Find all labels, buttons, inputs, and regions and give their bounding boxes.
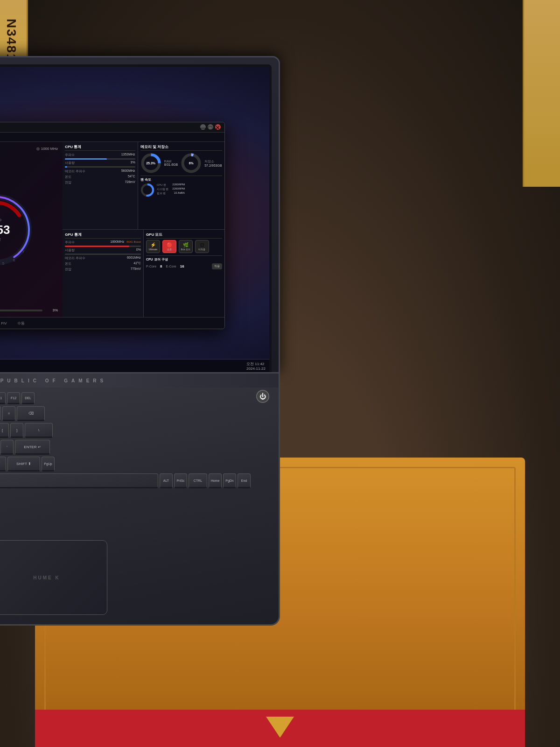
mode-ultimate[interactable]: ⚡Ultimate [146, 240, 160, 253]
power-button[interactable]: ⏻ [256, 390, 269, 403]
zxcv-row: SHIFT ⬆ Z X C V B N M , . / SHIFT ⬆ PgUp [0, 457, 251, 472]
taskbar-clock: 오전 11:422024-11-22 [246, 361, 266, 371]
laptop-screen: ♻ 휴지통 ◈ Microsoft Edge ⚡ ROG [0, 56, 280, 374]
maximize-button[interactable]: □ [208, 124, 213, 130]
key-home[interactable]: Home [209, 473, 222, 488]
right-panels: CPU 통계 주파수 1353MHz 사용량 3% [63, 142, 224, 317]
key-rbracket[interactable]: ] [10, 423, 23, 438]
key-alt-r[interactable]: ALT [160, 473, 173, 488]
qwerty-row: TAB Q W E R T Y U I O P [ ] \ [0, 423, 251, 438]
key-f11[interactable]: F11 [0, 392, 6, 404]
key-slash[interactable]: / [0, 457, 6, 472]
key-minus[interactable]: - [0, 406, 1, 421]
rog-strip: REPUBLIC OF GAMERS [0, 374, 279, 388]
top-row: CPU 통계 주파수 1353MHz 사용량 3% [63, 142, 224, 230]
window-controls: — □ ✕ [200, 124, 221, 130]
system-info-bar: ⚙ Intel(R) Core(TM) i9-14900HX [0, 133, 224, 142]
rog-logo: REPUBLIC OF GAMERS [0, 378, 107, 383]
svg-text:5: 5 [2, 261, 5, 266]
key-pgup[interactable]: PgUp [42, 457, 55, 472]
screen-display: ♻ 휴지통 ◈ Microsoft Edge ⚡ ROG [0, 67, 269, 372]
speed-label: ◎ 1000 MHz [36, 147, 58, 151]
number-row: ` 1 2 3 4 5 6 7 8 9 0 - = ⌫ [0, 406, 251, 421]
bottom-row: GPU 통계 주파수 1890MHz ROG Boost [63, 230, 224, 317]
tab-fiv[interactable]: FIV [0, 320, 10, 326]
laptop-keyboard: REPUBLIC OF GAMERS ⏻ ESC F1 F2 F3 F4 F5 … [0, 374, 280, 626]
box-triangle [266, 717, 294, 738]
taskbar: ⊞ 🔍 검색 ◼ ◼ 오전 11:422024-11-22 [0, 359, 269, 372]
gauge-unit: MHz [0, 237, 10, 242]
freq-bars: 사용량 3% [0, 308, 58, 315]
fn-row: ESC F1 F2 F3 F4 F5 F6 F7 F8 F9 F10 F11 F… [0, 392, 251, 404]
main-content: 2 3 4 5 6 7 주파수 135 [0, 142, 224, 317]
key-backspace[interactable]: ⌫ [17, 406, 45, 421]
mode-mux[interactable]: ⊡미적응 [195, 240, 209, 253]
key-equals[interactable]: = [2, 406, 15, 421]
key-del[interactable]: DEL [21, 392, 35, 404]
gpu-stats-box: GPU 통계 주파수 1890MHz ROG Boost [63, 230, 144, 317]
gauge-label: 주파수 [0, 218, 10, 223]
mode-standard[interactable]: 🔴표준 [162, 240, 176, 253]
bottom-tab-bar: Windows⊕ 조명 성능 FIV 수동 [0, 317, 224, 329]
touchpad[interactable]: HUME K [0, 540, 107, 615]
cpu-usage-val: 3% [46, 308, 58, 312]
key-end[interactable]: End [238, 473, 251, 488]
laptop: ♻ 휴지통 ◈ Microsoft Edge ⚡ ROG [0, 56, 280, 719]
svg-text:7: 7 [22, 250, 25, 254]
gpu-mode-title: GPU 모드 [146, 232, 222, 239]
apply-button[interactable]: 적용 [212, 263, 222, 269]
gpu-mode-box: GPU 모드 ⚡Ultimate 🔴표준 [144, 230, 224, 317]
gauge-value: 1353 [0, 223, 10, 237]
tab-manual[interactable]: 수동 [14, 320, 28, 327]
memory-title: 메모리 및 저장소 [140, 144, 222, 151]
gauge-center: 주파수 1353 MHz [0, 218, 10, 242]
key-backslash[interactable]: \ [25, 423, 53, 438]
cpu-stats-title: CPU 통계 [65, 144, 135, 151]
key-shift-r[interactable]: SHIFT ⬆ [7, 457, 40, 472]
cpu-gauge-panel: 2 3 4 5 6 7 주파수 135 [0, 142, 63, 317]
mode-eco[interactable]: 🌿Eco 모드 [179, 240, 193, 253]
bottom-row-keys: CTRL FN ⊞ ALT ALT PrtSc CTRL Home PgDn E… [0, 473, 251, 488]
key-f12[interactable]: F12 [7, 392, 20, 404]
window-titlebar: ▲ Armoury Crate — □ ✕ [0, 122, 224, 133]
close-button[interactable]: ✕ [215, 124, 221, 130]
gpu-stats-title: GPU 통계 [65, 232, 141, 239]
key-ctrl-r[interactable]: CTRL [189, 473, 207, 488]
right-decoration [523, 0, 560, 187]
touchpad-label: HUME K [33, 575, 60, 580]
asdf-row: CAPS A S D F G H J K L ; ' ENTER ↵ [0, 440, 251, 455]
box-number: N3481 [4, 19, 19, 62]
key-quote[interactable]: ' [0, 440, 14, 455]
armoury-window: ▲ Armoury Crate — □ ✕ ⚙ Intel(R) Core(TM… [0, 122, 225, 330]
key-pgdn[interactable]: PgDn [223, 473, 236, 488]
cpu-config-title: CPU 코어 구성 [146, 255, 222, 262]
svg-text:6: 6 [13, 258, 15, 262]
cpu-stats-box: CPU 통계 주파수 1353MHz 사용량 3% [63, 142, 138, 229]
key-space[interactable] [0, 473, 158, 488]
key-enter[interactable]: ENTER ↵ [15, 440, 50, 455]
memory-stats-box: 메모리 및 저장소 25.3% [138, 142, 224, 229]
screen-bezel: ♻ 휴지통 ◈ Microsoft Edge ⚡ ROG [0, 64, 272, 372]
key-prtsc[interactable]: PrtSc [174, 473, 187, 488]
key-lbracket[interactable]: [ [0, 423, 9, 438]
cpu-gauge: 2 3 4 5 6 7 주파수 135 [0, 192, 34, 267]
minimize-button[interactable]: — [200, 124, 206, 130]
